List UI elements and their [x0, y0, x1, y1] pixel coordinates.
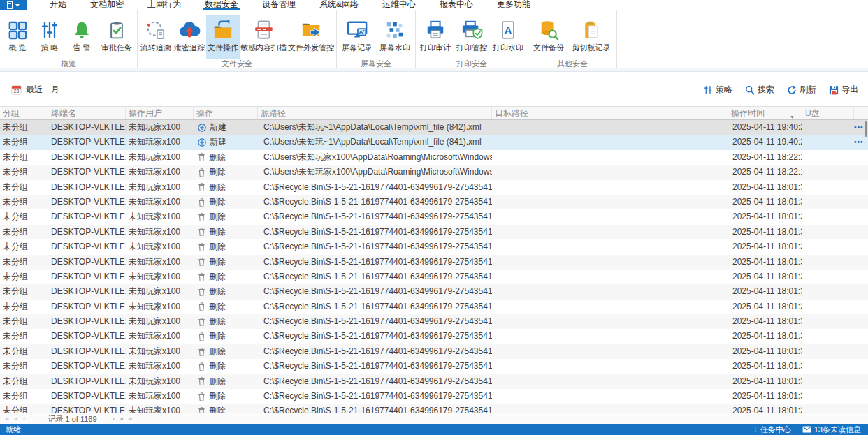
table-row[interactable]: 未分组 DESKTOP-VLKTLE1 未知玩家x100 删除 C:\$Recy… — [0, 314, 868, 329]
pager-fast-next-icon[interactable]: » — [120, 414, 124, 424]
table-row[interactable]: 未分组 DESKTOP-VLKTLE1 未知玩家x100 删除 C:\$Recy… — [0, 329, 868, 344]
cell-usb — [802, 195, 854, 209]
pager-last-icon[interactable]: » — [129, 414, 133, 424]
pager-first-icon[interactable]: « — [6, 414, 10, 424]
table-row[interactable]: 未分组 DESKTOP-VLKTLE1 未知玩家x100 新建 C:\Users… — [0, 135, 868, 149]
cell-operation: 新建 — [194, 135, 258, 149]
cell-target-path — [492, 329, 728, 344]
cell-usb — [802, 314, 854, 329]
table-row[interactable]: 未分组 DESKTOP-VLKTLE1 未知玩家x100 删除 C:\$Recy… — [0, 195, 868, 209]
cell-source-path: C:\$Recycle.Bin\S-1-5-21-1619774401-6349… — [258, 374, 492, 389]
cell-user: 未知玩家x100 — [126, 300, 194, 314]
policy-button[interactable]: 策略 — [704, 84, 732, 96]
tab-ops-center[interactable]: 运维中心 — [370, 0, 428, 10]
trash-icon — [198, 318, 205, 326]
ribbon-btn-screen-record[interactable]: 屏幕记录 — [338, 15, 376, 59]
table-row[interactable]: 未分组 DESKTOP-VLKTLE1 未知玩家x100 删除 C:\$Recy… — [0, 344, 868, 359]
table-row[interactable]: 未分组 DESKTOP-VLKTLE1 未知玩家x100 删除 C:\$Recy… — [0, 225, 868, 239]
date-range-filter[interactable]: 23 最近一月 — [11, 84, 59, 96]
tab-device-mgmt[interactable]: 设备管理 — [250, 0, 308, 10]
record-count-label: 记录 1 of 1169 — [48, 414, 96, 424]
cell-target-path — [492, 255, 728, 270]
cell-terminal: DESKTOP-VLKTLE1 — [48, 239, 126, 254]
table-row[interactable]: 未分组 DESKTOP-VLKTLE1 未知玩家x100 删除 C:\$Recy… — [0, 300, 868, 314]
table-row[interactable]: 未分组 DESKTOP-VLKTLE1 未知玩家x100 删除 C:\$Recy… — [0, 359, 868, 374]
export-button[interactable]: 导出 — [829, 84, 858, 96]
refresh-button[interactable]: 刷新 — [787, 84, 816, 96]
folder-send-icon — [300, 17, 322, 43]
cell-user: 未知玩家x100 — [126, 135, 194, 149]
ribbon-btn-label: 泄密追踪 — [174, 43, 205, 52]
column-header-terminal[interactable]: 终端名 — [48, 107, 126, 119]
ribbon-btn-sensitive-content-scan[interactable]: 敏感内容扫描 — [240, 15, 287, 59]
unread-messages-button[interactable]: 13条未读信息 — [802, 425, 861, 435]
tab-system-network[interactable]: 系统&网络 — [308, 0, 370, 10]
ribbon-btn-screen-watermark[interactable]: 屏幕水印 — [376, 15, 414, 59]
ribbon-btn-label: 敏感内容扫描 — [240, 43, 287, 52]
ribbon-btn-overview[interactable]: 概 览 — [1, 15, 34, 59]
table-row[interactable]: 未分组 DESKTOP-VLKTLE1 未知玩家x100 删除 C:\$Recy… — [0, 180, 868, 195]
tab-web-behavior[interactable]: 上网行为 — [136, 0, 193, 10]
ribbon-btn-print-control[interactable]: 打印管控 — [454, 15, 490, 59]
cell-operation: 删除 — [194, 209, 258, 224]
ribbon-btn-print-watermark[interactable]: A 打印水印 — [490, 15, 526, 59]
table-row[interactable]: 未分组 DESKTOP-VLKTLE1 未知玩家x100 删除 C:\$Recy… — [0, 239, 868, 254]
ribbon-btn-approval-tasks[interactable]: 审批任务 — [98, 15, 136, 59]
tab-more-features[interactable]: 更多功能 — [485, 0, 542, 10]
trash-icon — [198, 407, 205, 413]
ribbon-btn-flow-trace[interactable]: 流转追溯 — [139, 15, 173, 59]
cell-source-path: C:\$Recycle.Bin\S-1-5-21-1619774401-6349… — [258, 270, 492, 284]
table-row[interactable]: 未分组 DESKTOP-VLKTLE1 未知玩家x100 删除 C:\$Recy… — [0, 404, 868, 413]
column-header-source-path[interactable]: 源路径 — [258, 107, 492, 119]
ribbon-group-label: 概览 — [1, 59, 136, 68]
ribbon-btn-label: 打印管控 — [456, 43, 487, 52]
task-center-button[interactable]: ↓ 任务中心 — [753, 425, 791, 435]
cell-time: 2025-04-11 18:01:38 — [728, 344, 802, 359]
table-row[interactable]: 未分组 DESKTOP-VLKTLE1 未知玩家x100 删除 C:\$Recy… — [0, 270, 868, 284]
pager-prev-icon[interactable]: ‹ — [23, 414, 25, 424]
table-row[interactable]: 未分组 DESKTOP-VLKTLE1 未知玩家x100 删除 C:\$Recy… — [0, 255, 868, 270]
cell-target-path — [492, 300, 728, 314]
column-header-time[interactable]: 操作时间 ▼ — [728, 107, 802, 119]
row-actions-menu[interactable]: ••• — [854, 138, 864, 146]
column-header-user[interactable]: 操作用户 — [126, 107, 194, 119]
cell-source-path: C:\$Recycle.Bin\S-1-5-21-1619774401-6349… — [258, 195, 492, 209]
ribbon-btn-file-backup[interactable]: 文件备份 — [530, 15, 567, 59]
cell-usb — [802, 359, 854, 374]
table-row[interactable]: 未分组 DESKTOP-VLKTLE1 未知玩家x100 删除 C:\Users… — [0, 165, 868, 179]
cell-terminal: DESKTOP-VLKTLE1 — [48, 195, 126, 209]
row-actions-menu[interactable]: ••• — [854, 124, 864, 131]
ribbon-btn-file-outgoing-control[interactable]: 文件外发管控 — [287, 15, 335, 59]
tab-start[interactable]: 开始 — [38, 0, 78, 10]
table-row[interactable]: 未分组 DESKTOP-VLKTLE1 未知玩家x100 删除 C:\$Recy… — [0, 389, 868, 404]
ribbon-btn-clipboard-record[interactable]: 剪切板记录 — [567, 15, 615, 59]
cell-terminal: DESKTOP-VLKTLE1 — [48, 329, 126, 344]
column-header-target-path[interactable]: 目标路径 — [492, 107, 728, 119]
table-row[interactable]: 未分组 DESKTOP-VLKTLE1 未知玩家x100 新建 C:\Users… — [0, 120, 868, 135]
vertical-scrollbar-thumb[interactable] — [865, 121, 867, 137]
ribbon-btn-alert[interactable]: 告 警 — [66, 15, 98, 59]
column-header-usb[interactable]: U盘 — [802, 107, 854, 119]
ribbon-btn-label: 流转追溯 — [140, 43, 171, 52]
refresh-icon — [787, 85, 797, 95]
pager-fast-prev-icon[interactable]: « — [15, 414, 19, 424]
table-row[interactable]: 未分组 DESKTOP-VLKTLE1 未知玩家x100 删除 C:\$Recy… — [0, 209, 868, 224]
ribbon-btn-leak-trace[interactable]: 泄密追踪 — [173, 15, 206, 59]
table-row[interactable]: 未分组 DESKTOP-VLKTLE1 未知玩家x100 删除 C:\$Recy… — [0, 374, 868, 389]
column-header-group[interactable]: 分组 — [0, 107, 48, 119]
tab-report-center[interactable]: 报表中心 — [428, 0, 485, 10]
tab-data-security[interactable]: 数据安全 — [193, 0, 250, 10]
search-button[interactable]: 搜索 — [745, 84, 774, 96]
pager-next-icon[interactable]: › — [113, 414, 115, 424]
app-menu-button[interactable] — [0, 0, 27, 10]
table-row[interactable]: 未分组 DESKTOP-VLKTLE1 未知玩家x100 删除 C:\Users… — [0, 150, 868, 165]
ribbon-btn-print-audit[interactable]: 打印审计 — [417, 15, 454, 59]
tab-doc-encryption[interactable]: 文档加密 — [78, 0, 136, 10]
svg-text:A: A — [505, 24, 512, 36]
filter-dropdown-icon[interactable]: ▼ — [790, 111, 795, 119]
column-header-operation[interactable]: 操作 — [194, 107, 258, 119]
document-a-icon: A — [498, 17, 518, 43]
table-row[interactable]: 未分组 DESKTOP-VLKTLE1 未知玩家x100 删除 C:\$Recy… — [0, 284, 868, 299]
ribbon-btn-policy[interactable]: 策 略 — [34, 15, 66, 59]
ribbon-btn-file-operations[interactable]: 文件操作 — [206, 15, 240, 59]
